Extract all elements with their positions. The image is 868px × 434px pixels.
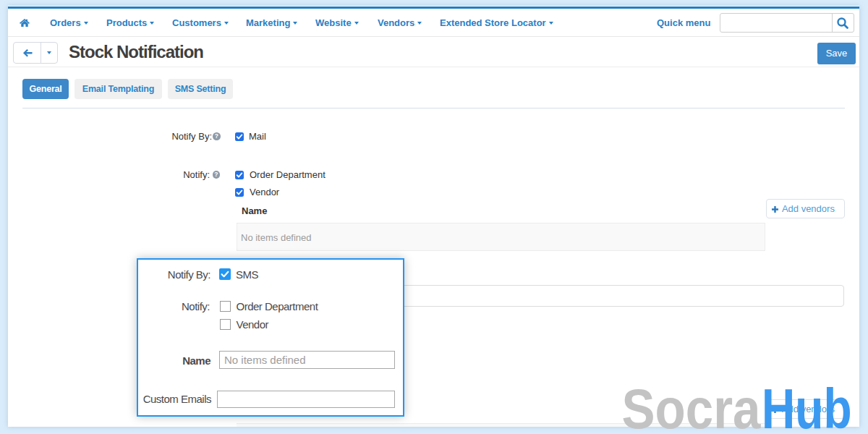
svg-text:Socra: Socra xyxy=(622,380,762,434)
svg-text:Hub: Hub xyxy=(762,380,852,434)
